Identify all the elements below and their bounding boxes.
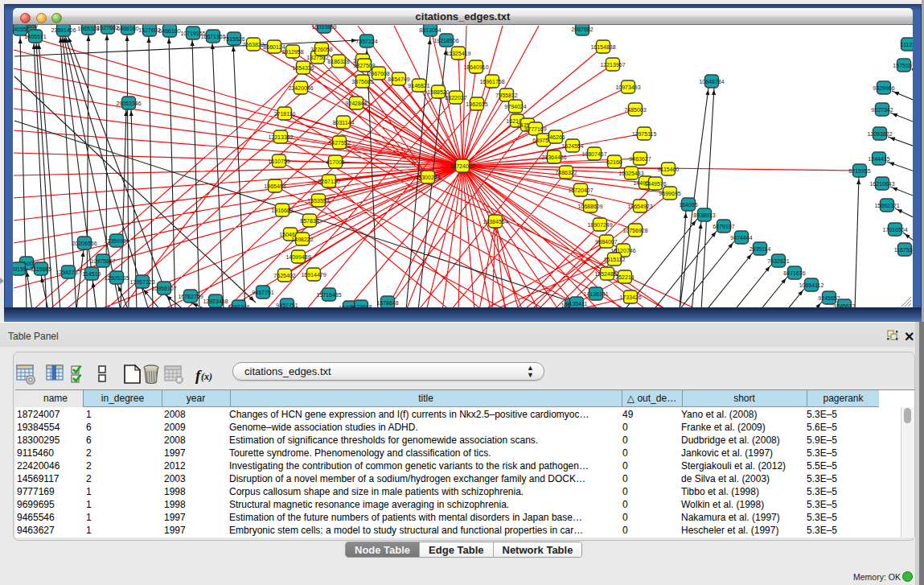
- svg-text:9384007: 9384007: [595, 239, 617, 245]
- svg-text:9245612: 9245612: [833, 303, 855, 308]
- svg-text:9146821: 9146821: [408, 83, 429, 89]
- svg-text:9427552: 9427552: [328, 140, 350, 146]
- svg-text:39159: 39159: [13, 266, 27, 272]
- svg-text:1167534: 1167534: [894, 247, 913, 253]
- svg-text:3912958: 3912958: [281, 49, 303, 55]
- svg-text:10654112: 10654112: [799, 282, 824, 288]
- svg-text:18640910: 18640910: [463, 64, 488, 70]
- svg-text:9794024: 9794024: [504, 104, 526, 109]
- svg-text:19218506: 19218506: [433, 38, 458, 43]
- svg-text:9245652: 9245652: [818, 295, 840, 301]
- svg-text:3875685: 3875685: [351, 79, 373, 84]
- svg-text:1624554: 1624554: [561, 143, 583, 149]
- svg-text:18907249: 18907249: [587, 222, 612, 228]
- svg-text:252214: 252214: [615, 274, 634, 280]
- svg-text:7486322: 7486322: [555, 170, 577, 175]
- svg-text:1115685: 1115685: [31, 266, 51, 272]
- svg-text:2935114: 2935114: [749, 246, 771, 252]
- svg-text:16914479: 16914479: [301, 272, 326, 278]
- svg-text:12923468: 12923468: [203, 299, 228, 304]
- svg-text:14099489: 14099489: [285, 254, 310, 260]
- svg-text:1610755: 1610755: [268, 159, 290, 164]
- svg-text:8031144: 8031144: [333, 120, 355, 126]
- svg-text:21364436: 21364436: [541, 154, 566, 160]
- svg-text:10688609: 10688609: [577, 204, 602, 209]
- svg-text:12093822: 12093822: [867, 131, 892, 137]
- svg-text:15300273: 15300273: [415, 175, 440, 180]
- svg-text:9135411: 9135411: [566, 301, 588, 307]
- svg-text:417006: 417006: [326, 159, 344, 165]
- svg-text:6879197: 6879197: [713, 224, 734, 229]
- svg-text:15716485: 15716485: [316, 292, 341, 298]
- svg-text:12213362: 12213362: [268, 134, 293, 140]
- svg-text:9242848: 9242848: [345, 101, 367, 106]
- svg-text:15692321: 15692321: [874, 203, 899, 208]
- svg-text:7663822: 7663822: [242, 42, 264, 47]
- svg-text:19384554: 19384554: [483, 219, 507, 225]
- svg-text:16671355: 16671355: [200, 34, 225, 39]
- svg-text:17016504: 17016504: [882, 227, 907, 233]
- svg-text:9474444: 9474444: [730, 235, 752, 241]
- svg-text:7357224: 7357224: [355, 39, 377, 44]
- svg-text:12505135: 12505135: [104, 275, 129, 281]
- svg-text:1673648: 1673648: [350, 304, 372, 308]
- svg-text:9699695: 9699695: [659, 191, 680, 196]
- svg-text:9463627: 9463627: [629, 156, 651, 162]
- svg-text:10975867: 10975867: [90, 258, 115, 264]
- svg-text:7625402: 7625402: [273, 273, 295, 278]
- svg-text:1498222: 1498222: [291, 237, 313, 242]
- svg-text:16782759: 16782759: [178, 294, 203, 299]
- svg-text:114519: 114519: [83, 271, 101, 277]
- svg-text:7632621: 7632621: [767, 258, 789, 264]
- svg-text:10958107: 10958107: [151, 286, 176, 291]
- svg-text:10648784: 10648784: [699, 79, 724, 84]
- svg-text:10973493: 10973493: [615, 84, 640, 90]
- svg-text:1449576: 1449576: [644, 181, 666, 187]
- svg-text:1527602: 1527602: [138, 27, 160, 33]
- svg-text:9777169: 9777169: [524, 126, 546, 132]
- svg-text:9115460: 9115460: [658, 167, 680, 172]
- svg-text:140557: 140557: [13, 27, 30, 32]
- svg-text:7485003: 7485003: [624, 107, 646, 113]
- svg-text:16033809: 16033809: [311, 25, 336, 30]
- svg-text:29053346: 29053346: [116, 101, 141, 106]
- svg-text:8938913: 8938913: [693, 212, 715, 218]
- svg-text:10025433: 10025433: [618, 171, 643, 176]
- svg-text:9227342: 9227342: [871, 107, 893, 113]
- svg-text:1965494: 1965494: [264, 183, 285, 189]
- svg-text:7955812: 7955812: [495, 93, 517, 98]
- svg-text:19654923: 19654923: [627, 204, 652, 209]
- svg-text:8813054: 8813054: [419, 27, 441, 33]
- svg-text:1588520: 1588520: [427, 89, 449, 95]
- svg-text:8267130: 8267130: [318, 179, 339, 184]
- svg-text:62160: 62160: [606, 159, 622, 165]
- svg-text:22420046: 22420046: [288, 85, 313, 91]
- svg-text:12213967: 12213967: [600, 62, 625, 68]
- svg-text:746266: 746266: [546, 134, 565, 140]
- svg-text:18724007: 18724007: [450, 163, 474, 169]
- svg-text:1362615: 1362615: [466, 101, 487, 107]
- svg-text:16210643: 16210643: [869, 181, 894, 187]
- svg-text:17359934: 17359934: [104, 238, 129, 244]
- svg-text:(x): (x): [201, 371, 212, 382]
- svg-text:16154838: 16154838: [590, 44, 615, 50]
- svg-text:1733426: 1733426: [619, 295, 641, 300]
- svg-text:8186328: 8186328: [327, 59, 349, 64]
- svg-text:14136141: 14136141: [583, 291, 608, 297]
- svg-text:857834: 857834: [300, 218, 318, 224]
- svg-text:10756928: 10756928: [622, 228, 647, 233]
- svg-text:23691406: 23691406: [51, 27, 76, 33]
- svg-text:17957223: 17957223: [129, 279, 154, 285]
- svg-text:8322037: 8322037: [445, 95, 466, 101]
- svg-text:16961758: 16961758: [479, 79, 504, 84]
- svg-text:1244415: 1244415: [868, 156, 889, 162]
- svg-text:11123: 11123: [901, 42, 913, 47]
- svg-text:9457751: 9457751: [252, 290, 273, 295]
- svg-text:2967608: 2967608: [368, 71, 389, 76]
- svg-text:8471676: 8471676: [783, 270, 805, 276]
- svg-text:20206556: 20206556: [72, 241, 97, 246]
- svg-text:12342737: 12342737: [55, 270, 80, 275]
- svg-text:1405571: 1405571: [24, 34, 46, 39]
- svg-text:1575107: 1575107: [893, 63, 913, 68]
- svg-text:10807467: 10807467: [581, 151, 606, 157]
